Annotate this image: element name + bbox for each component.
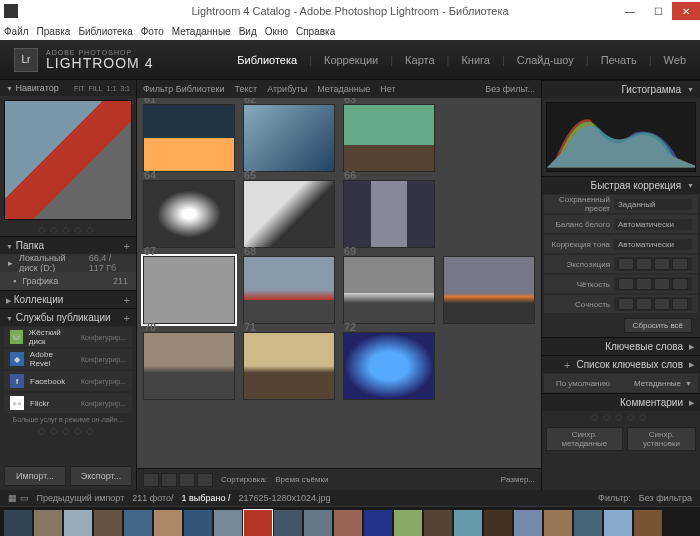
thumb-62[interactable]: 62 [243, 104, 335, 172]
grid-toolbar: Сортировка: Время съёмки Размер... [137, 468, 541, 490]
thumb-69[interactable]: 69 [343, 256, 435, 324]
module-map[interactable]: Карта [405, 54, 434, 66]
menubar: Файл Правка Библиотека Фото Метаданные В… [0, 22, 700, 40]
menu-help[interactable]: Справка [296, 26, 335, 37]
close-button[interactable]: ✕ [672, 2, 700, 20]
status-filter-label: Фильтр: [598, 493, 631, 503]
minimize-button[interactable]: — [616, 2, 644, 20]
folder-graphics[interactable]: ▪ Графика211 [0, 272, 136, 290]
filter-meta[interactable]: Метаданные [317, 84, 370, 94]
histogram-header[interactable]: Гистограмма ▼ [542, 80, 700, 98]
filmstrip-thumb[interactable] [454, 510, 482, 537]
thumb-66[interactable]: 66 [343, 180, 435, 248]
filmstrip-thumb[interactable] [34, 510, 62, 537]
filter-text[interactable]: Текст [235, 84, 258, 94]
filmstrip-thumb[interactable] [4, 510, 32, 537]
sort-value[interactable]: Время съёмки [275, 475, 328, 484]
status-filter-value[interactable]: Без фильтра [639, 493, 692, 503]
thumb-64[interactable]: 64 [143, 180, 235, 248]
filmstrip-thumb[interactable] [244, 510, 272, 537]
filmstrip-thumb[interactable] [214, 510, 242, 537]
loupe-view-icon[interactable] [161, 473, 177, 487]
folder-local-disk[interactable]: ▸ Локальный диск (D:)66,4 / 117 Гб [0, 254, 136, 272]
compare-view-icon[interactable] [179, 473, 195, 487]
menu-file[interactable]: Файл [4, 26, 29, 37]
filmstrip-thumb[interactable] [634, 510, 662, 537]
filmstrip-thumb[interactable] [154, 510, 182, 537]
thumb-68[interactable]: 68 [243, 256, 335, 324]
status-source[interactable]: Предыдущий импорт [37, 493, 125, 503]
filter-none[interactable]: Нет [380, 84, 395, 94]
status-count: 211 фото/ [132, 493, 173, 503]
filmstrip[interactable] [0, 506, 700, 536]
publish-flickr[interactable]: ●●FlickrКонфигурир... [4, 393, 132, 413]
module-web[interactable]: Web [664, 54, 686, 66]
menu-metadata[interactable]: Метаданные [172, 26, 231, 37]
grid-view-icon[interactable] [143, 473, 159, 487]
thumb-70[interactable]: 70 [143, 332, 235, 400]
filmstrip-thumb[interactable] [304, 510, 332, 537]
thumb-69b[interactable] [443, 256, 535, 324]
publish-header[interactable]: ▼ Службы публикации+ [0, 308, 136, 326]
survey-view-icon[interactable] [197, 473, 213, 487]
filmstrip-thumb[interactable] [94, 510, 122, 537]
filter-attr[interactable]: Атрибуты [267, 84, 307, 94]
menu-window[interactable]: Окно [265, 26, 288, 37]
keyword-list-header[interactable]: +Список ключевых слов ▶ [542, 355, 700, 373]
module-print[interactable]: Печать [601, 54, 637, 66]
sync-settings-button[interactable]: Синхр. установки [627, 427, 696, 451]
reset-all-button[interactable]: Сбросить всё [624, 318, 692, 333]
thumb-65[interactable]: 65 [243, 180, 335, 248]
import-button[interactable]: Импорт... [4, 466, 66, 486]
thumb-63[interactable]: 63 [343, 104, 435, 172]
keywords-header[interactable]: Ключевые слова ▶ [542, 337, 700, 355]
filmstrip-thumb[interactable] [334, 510, 362, 537]
navigator-header[interactable]: ▼ Навигатор FIT FILL 1:1 3:1 [0, 80, 136, 96]
status-selected: 1 выбрано / [182, 493, 231, 503]
navigator-preview[interactable] [4, 100, 132, 220]
publish-facebook[interactable]: fFacebookКонфигурир... [4, 371, 132, 391]
folders-header[interactable]: ▼ Папка+ [0, 236, 136, 254]
module-library[interactable]: Библиотека [237, 54, 297, 66]
thumbnail-size-label[interactable]: Размер... [501, 475, 535, 484]
comments-header[interactable]: Комментарии ▶ [542, 393, 700, 411]
menu-view[interactable]: Вид [239, 26, 257, 37]
publish-revel[interactable]: ◆Adobe RevelКонфигурир... [4, 349, 132, 369]
app-icon [4, 4, 18, 18]
quick-develop-header[interactable]: Быстрая коррекция ▼ [542, 176, 700, 194]
filmstrip-thumb[interactable] [394, 510, 422, 537]
menu-edit[interactable]: Правка [37, 26, 71, 37]
filmstrip-thumb[interactable] [514, 510, 542, 537]
filmstrip-thumb[interactable] [64, 510, 92, 537]
collections-header[interactable]: ▶ Коллекции+ [0, 290, 136, 308]
header: Lr ADOBE PHOTOSHOP LIGHTROOM 4 Библиотек… [0, 40, 700, 80]
filmstrip-thumb[interactable] [484, 510, 512, 537]
maximize-button[interactable]: ☐ [644, 2, 672, 20]
thumb-71[interactable]: 71 [243, 332, 335, 400]
thumb-61[interactable]: 61 [143, 104, 235, 172]
metadata-header[interactable]: По умолчаниюМетаданные ▼ [544, 374, 698, 392]
thumb-67-selected[interactable]: 67 [143, 256, 235, 324]
filmstrip-thumb[interactable] [184, 510, 212, 537]
sync-metadata-button[interactable]: Синхр. метаданные [546, 427, 623, 451]
logo-title: LIGHTROOM 4 [46, 56, 153, 70]
module-slideshow[interactable]: Слайд-шоу [517, 54, 574, 66]
filmstrip-thumb[interactable] [364, 510, 392, 537]
filmstrip-thumb[interactable] [424, 510, 452, 537]
grid-icons[interactable]: ▦ ▭ [8, 493, 29, 503]
module-develop[interactable]: Коррекции [324, 54, 378, 66]
thumb-72[interactable]: 72 [343, 332, 435, 400]
publish-harddisk[interactable]: ⛁Жёсткий дискКонфигурир... [4, 327, 132, 347]
filmstrip-thumb[interactable] [604, 510, 632, 537]
module-book[interactable]: Книга [461, 54, 490, 66]
filmstrip-thumb[interactable] [124, 510, 152, 537]
filter-preset[interactable]: Без фильт... [485, 84, 535, 94]
export-button[interactable]: Экспорт... [70, 466, 132, 486]
histogram[interactable] [546, 102, 696, 172]
filmstrip-thumb[interactable] [574, 510, 602, 537]
filmstrip-thumb[interactable] [274, 510, 302, 537]
more-services-link[interactable]: Больше услуг в режиме он-лайн... [0, 414, 136, 425]
menu-photo[interactable]: Фото [141, 26, 164, 37]
filmstrip-thumb[interactable] [544, 510, 572, 537]
menu-library[interactable]: Библиотека [78, 26, 132, 37]
